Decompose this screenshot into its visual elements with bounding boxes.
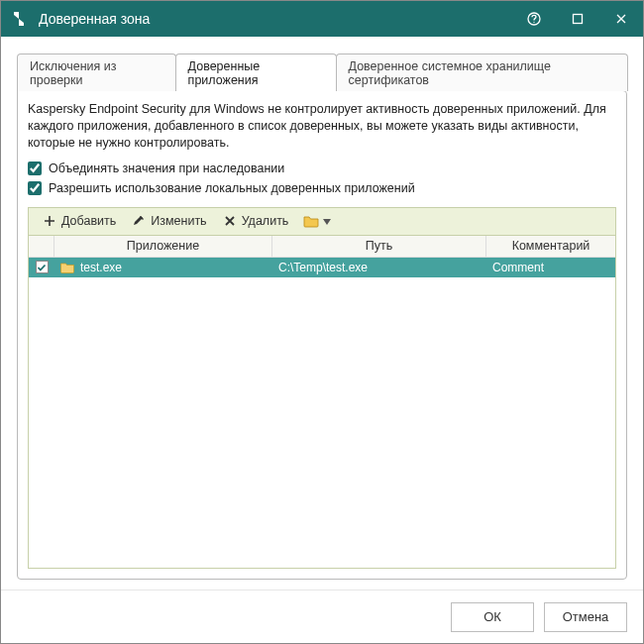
col-checkbox[interactable] <box>29 236 54 257</box>
row-app: test.exe <box>80 261 122 274</box>
grid-rows: test.exe C:\Temp\test.exe Comment <box>29 258 615 568</box>
edit-label: Изменить <box>151 214 206 228</box>
tab-panel: Kaspersky Endpoint Security для Windows … <box>17 90 627 580</box>
tab-cert-store[interactable]: Доверенное системное хранилище сертифика… <box>336 54 628 91</box>
row-comment: Comment <box>492 261 544 274</box>
panel-description: Kaspersky Endpoint Security для Windows … <box>28 101 616 152</box>
grid-toolbar: Добавить Изменить Удалить <box>29 208 615 236</box>
x-icon <box>223 214 237 228</box>
app-logo-icon <box>11 10 29 28</box>
titlebar: Доверенная зона <box>1 1 643 37</box>
tab-exclusions[interactable]: Исключения из проверки <box>17 54 176 91</box>
apps-grid: Добавить Изменить Удалить <box>28 207 616 569</box>
folder-icon <box>303 214 319 228</box>
allow-local-input[interactable] <box>28 181 42 195</box>
folder-file-icon <box>60 262 74 273</box>
tab-trusted-apps[interactable]: Доверенные приложения <box>175 54 337 91</box>
plus-icon <box>43 214 56 228</box>
merge-values-checkbox[interactable]: Объединять значения при наследовании <box>28 161 616 175</box>
col-app[interactable]: Приложение <box>54 236 272 257</box>
delete-label: Удалить <box>242 214 289 228</box>
content-area: Исключения из проверки Доверенные прилож… <box>1 37 643 590</box>
row-path: C:\Temp\test.exe <box>278 261 368 274</box>
svg-rect-2 <box>574 15 583 24</box>
table-row[interactable]: test.exe C:\Temp\test.exe Comment <box>29 258 615 277</box>
col-comment[interactable]: Комментарий <box>486 236 615 257</box>
import-export-button[interactable] <box>297 210 337 232</box>
window-title: Доверенная зона <box>39 11 512 27</box>
column-headers: Приложение Путь Комментарий <box>29 236 615 258</box>
merge-values-label: Объединять значения при наследовании <box>49 161 284 175</box>
add-button[interactable]: Добавить <box>35 210 124 232</box>
allow-local-checkbox[interactable]: Разрешить использование локальных довере… <box>28 181 616 195</box>
edit-button[interactable]: Изменить <box>124 210 214 232</box>
tab-strip: Исключения из проверки Доверенные прилож… <box>17 53 627 90</box>
cancel-button[interactable]: Отмена <box>544 602 627 632</box>
col-path[interactable]: Путь <box>272 236 486 257</box>
row-checkbox[interactable] <box>36 261 49 273</box>
merge-values-input[interactable] <box>28 161 42 175</box>
window: Доверенная зона Исключения из проверки Д… <box>0 0 644 644</box>
ok-button[interactable]: ОК <box>451 602 534 632</box>
close-button[interactable] <box>599 1 643 37</box>
add-label: Добавить <box>61 214 116 228</box>
maximize-button[interactable] <box>556 1 599 37</box>
allow-local-label: Разрешить использование локальных довере… <box>49 181 415 195</box>
dialog-footer: ОК Отмена <box>1 590 643 643</box>
delete-button[interactable]: Удалить <box>215 210 297 232</box>
svg-point-1 <box>533 22 534 23</box>
chevron-down-icon <box>323 214 331 228</box>
pencil-icon <box>132 214 146 228</box>
help-button[interactable] <box>512 1 556 37</box>
